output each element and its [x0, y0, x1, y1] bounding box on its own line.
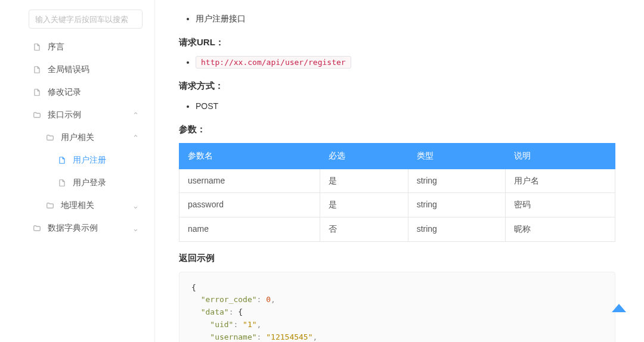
- method-value: POST: [196, 100, 615, 114]
- td-required: 否: [320, 217, 408, 242]
- content-area: 用户注册接口 请求URL： http://xx.com/api/user/reg…: [155, 0, 644, 342]
- folder-icon: [32, 223, 42, 233]
- nav-item-preface[interactable]: 序言: [0, 36, 154, 58]
- folder-icon: [45, 201, 55, 210]
- nav-label: 修改记录: [48, 87, 81, 98]
- nav-label: 地理相关: [61, 200, 94, 211]
- intro-bullet-list: 用户注册接口: [179, 12, 615, 26]
- td-name: name: [179, 217, 320, 242]
- nav-label: 数据字典示例: [48, 223, 98, 234]
- nav-label: 用户注册: [73, 155, 106, 166]
- td-desc: 昵称: [506, 217, 615, 242]
- td-type: string: [408, 193, 506, 217]
- search-input[interactable]: [35, 15, 136, 24]
- th-type: 类型: [408, 143, 506, 169]
- request-url-item: http://xx.com/api/user/register: [196, 55, 615, 70]
- th-desc: 说明: [506, 143, 615, 169]
- td-type: string: [408, 217, 506, 242]
- file-icon: [32, 65, 42, 74]
- nav-label: 接口示例: [48, 110, 81, 120]
- chevron-down-icon: ⌄: [132, 224, 139, 233]
- search-box[interactable]: [29, 10, 143, 29]
- td-desc: 密码: [506, 193, 615, 217]
- file-icon: [32, 88, 42, 97]
- nav-label: 全局错误码: [48, 64, 89, 75]
- params-table: 参数名 必选 类型 说明 username 是 string 用户名 passw…: [179, 143, 615, 242]
- method-label: 请求方式：: [179, 78, 615, 94]
- td-desc: 用户名: [506, 169, 615, 193]
- file-icon: [57, 156, 67, 165]
- nav-label: 用户相关: [61, 132, 94, 143]
- method-list: POST: [179, 100, 615, 114]
- nav-item-change-log[interactable]: 修改记录: [0, 81, 154, 104]
- th-name: 参数名: [179, 143, 320, 169]
- nav-item-dict-example[interactable]: 数据字典示例 ⌄: [0, 217, 154, 240]
- table-header-row: 参数名 必选 类型 说明: [179, 143, 615, 169]
- request-url-code: http://xx.com/api/user/register: [196, 56, 351, 69]
- nav-item-geo-related[interactable]: 地理相关 ⌄: [0, 194, 154, 217]
- td-name: username: [179, 169, 320, 193]
- table-row: username 是 string 用户名: [179, 169, 615, 193]
- folder-icon: [32, 110, 42, 120]
- chevron-down-icon: ⌄: [132, 201, 139, 210]
- folder-icon: [45, 133, 55, 142]
- nav-item-api-example[interactable]: 接口示例 ⌃: [0, 104, 154, 126]
- request-url-label: 请求URL：: [179, 35, 615, 50]
- nav-label: 用户登录: [73, 178, 106, 188]
- intro-bullet: 用户注册接口: [196, 12, 615, 26]
- nav-item-user-related[interactable]: 用户相关 ⌃: [0, 126, 154, 149]
- file-icon: [32, 42, 42, 52]
- params-label: 参数：: [179, 122, 615, 137]
- td-type: string: [408, 169, 506, 193]
- nav-item-user-login[interactable]: 用户登录: [0, 172, 154, 194]
- td-required: 是: [320, 169, 408, 193]
- nav-item-user-register[interactable]: 用户注册: [0, 149, 154, 172]
- request-url-list: http://xx.com/api/user/register: [179, 55, 615, 70]
- response-code-block: { "error_code": 0, "data": { "uid": "1",…: [179, 272, 615, 342]
- td-name: password: [179, 193, 320, 217]
- back-to-top-icon[interactable]: [612, 304, 626, 312]
- nav-menu: 序言 全局错误码 修改记录 接口示例 ⌃ 用户相关 ⌃: [0, 36, 154, 240]
- nav-item-global-error[interactable]: 全局错误码: [0, 58, 154, 81]
- chevron-up-icon: ⌃: [132, 111, 139, 120]
- return-example-label: 返回示例: [179, 250, 615, 266]
- table-row: name 否 string 昵称: [179, 217, 615, 242]
- nav-label: 序言: [48, 42, 64, 52]
- chevron-up-icon: ⌃: [132, 133, 139, 142]
- td-required: 是: [320, 193, 408, 217]
- file-icon: [57, 178, 67, 188]
- th-required: 必选: [320, 143, 408, 169]
- sidebar: 序言 全局错误码 修改记录 接口示例 ⌃ 用户相关 ⌃: [0, 0, 155, 342]
- table-row: password 是 string 密码: [179, 193, 615, 217]
